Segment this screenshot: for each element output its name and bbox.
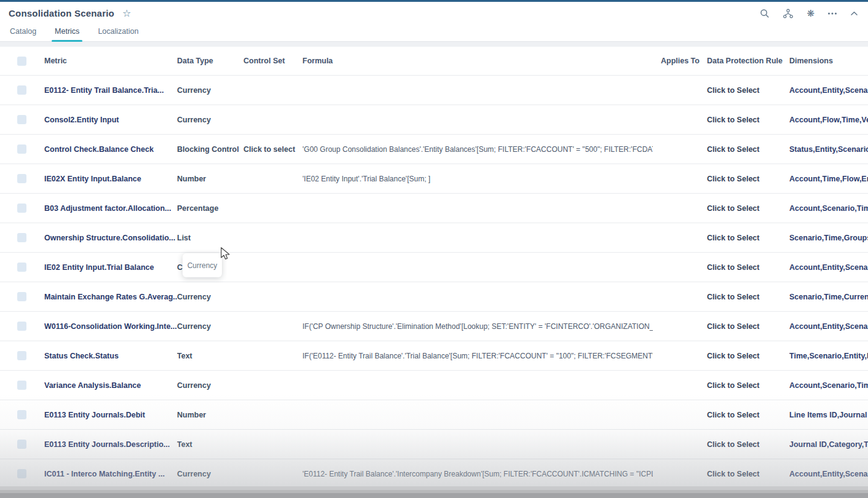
table-row[interactable]: IE02 Entity Input.Trial Balance Currency…: [0, 253, 868, 282]
data-type-cell: Currency: [177, 116, 243, 124]
metric-name-cell[interactable]: Maintain Exchange Rates G.Averag...: [44, 293, 177, 301]
horizontal-scrollbar[interactable]: [0, 486, 868, 498]
row-checkbox[interactable]: [17, 115, 26, 124]
column-header-applies-to[interactable]: Applies To: [653, 57, 707, 65]
dimensions-cell: Account,Entity,Scenario,T: [789, 86, 868, 95]
dimensions-cell: Account,Time,Flow,Entity: [789, 175, 868, 183]
data-protection-rule-cell[interactable]: Click to Select: [707, 116, 789, 124]
data-protection-rule-cell[interactable]: Click to Select: [707, 381, 789, 390]
metric-name-cell[interactable]: B03 Adjustment factor.Allocation...: [44, 204, 177, 213]
row-checkbox[interactable]: [17, 204, 26, 213]
metric-name-cell[interactable]: E0113 Entity Journals.Debit: [44, 411, 177, 419]
data-type-cell: Number: [177, 175, 243, 183]
metric-name-cell[interactable]: Variance Analysis.Balance: [44, 381, 177, 390]
metric-name-cell[interactable]: Consol2.Entity Input: [44, 116, 177, 124]
row-checkbox[interactable]: [17, 233, 26, 242]
table-row[interactable]: W0116-Consolidation Working.Inte... Curr…: [0, 312, 868, 341]
metric-name-cell[interactable]: IC011 - Interco Matching.Entity ...: [44, 470, 177, 478]
data-protection-rule-cell[interactable]: Click to Select: [707, 175, 789, 183]
row-checkbox[interactable]: [17, 174, 26, 183]
tab-metrics[interactable]: Metrics: [53, 26, 81, 41]
title-bar: Consolidation Scenario ☆ ❋: [0, 2, 868, 25]
favorite-star-icon[interactable]: ☆: [122, 9, 131, 18]
hierarchy-icon[interactable]: [783, 9, 794, 18]
row-checkbox[interactable]: [17, 322, 26, 331]
row-checkbox[interactable]: [17, 85, 26, 95]
data-protection-rule-cell[interactable]: Click to Select: [707, 86, 789, 95]
search-icon[interactable]: [760, 9, 770, 18]
data-protection-rule-cell[interactable]: Click to Select: [707, 145, 789, 154]
metric-name-cell[interactable]: IE02X Entity Input.Balance: [44, 175, 177, 183]
formula-cell[interactable]: 'IE02 Entity Input'.'Trial Balance'[Sum;…: [302, 175, 653, 183]
data-protection-rule-cell[interactable]: Click to Select: [707, 470, 789, 478]
data-type-cell: Text: [177, 352, 243, 360]
column-header-control-set[interactable]: Control Set: [243, 57, 302, 65]
column-header-data-protection-rule[interactable]: Data Protection Rule: [707, 57, 789, 65]
data-protection-rule-cell[interactable]: Click to Select: [707, 440, 789, 449]
dimensions-cell: Line Items ID,Journal ID,: [789, 411, 868, 419]
dimensions-cell: Time,Scenario,Entity,Line: [789, 352, 868, 360]
data-protection-rule-cell[interactable]: Click to Select: [707, 411, 789, 419]
data-protection-rule-cell[interactable]: Click to Select: [707, 234, 789, 242]
table-row[interactable]: Maintain Exchange Rates G.Averag... Curr…: [0, 282, 868, 312]
metric-name-cell[interactable]: W0116-Consolidation Working.Inte...: [44, 322, 177, 331]
column-header-formula[interactable]: Formula: [302, 57, 653, 65]
metric-name-cell[interactable]: IE02 Entity Input.Trial Balance: [44, 263, 177, 272]
table-row[interactable]: IC011 - Interco Matching.Entity ... Curr…: [0, 459, 868, 489]
formula-cell[interactable]: IF('E0112- Entity Trail Balance'.'Trial …: [302, 352, 653, 360]
tab-catalog[interactable]: Catalog: [9, 26, 37, 41]
row-checkbox[interactable]: [17, 440, 26, 449]
dimensions-cell: Account,Scenario,Time: [789, 204, 868, 213]
data-protection-rule-cell[interactable]: Click to Select: [707, 322, 789, 331]
collapse-chevron-icon[interactable]: [850, 11, 858, 16]
row-checkbox[interactable]: [17, 381, 26, 390]
select-all-checkbox[interactable]: [17, 57, 26, 66]
metric-name-cell[interactable]: E0112- Entity Trail Balance.Tria...: [44, 86, 177, 95]
row-checkbox[interactable]: [17, 292, 26, 301]
column-header-data-type[interactable]: Data Type: [177, 57, 243, 65]
column-header-metric[interactable]: Metric: [44, 57, 177, 65]
formula-cell[interactable]: 'G00 Group Consolidation Balances'.'Enti…: [302, 145, 653, 154]
row-checkbox[interactable]: [17, 410, 26, 419]
data-type-cell: List: [177, 234, 243, 242]
row-checkbox[interactable]: [17, 469, 26, 478]
data-protection-rule-cell[interactable]: Click to Select: [707, 204, 789, 213]
data-type-cell: Currency: [177, 381, 243, 390]
metric-name-cell[interactable]: Ownership Structure.Consolidatio...: [44, 234, 177, 242]
tab-localization[interactable]: Localization: [97, 26, 140, 41]
settings-flower-icon[interactable]: ❋: [807, 8, 815, 19]
page-title: Consolidation Scenario: [9, 8, 114, 18]
metric-name-cell[interactable]: Status Check.Status: [44, 352, 177, 360]
data-protection-rule-cell[interactable]: Click to Select: [707, 263, 789, 272]
dimensions-cell: Account,Entity,Scenario,T: [789, 263, 868, 272]
table-row[interactable]: E0112- Entity Trail Balance.Tria... Curr…: [0, 76, 868, 105]
table-row[interactable]: Control Check.Balance Check Blocking Con…: [0, 135, 868, 164]
row-checkbox[interactable]: [17, 351, 26, 360]
table-row[interactable]: Variance Analysis.Balance Currency Click…: [0, 371, 868, 400]
table-row[interactable]: E0113 Entity Journals.Debit Number Click…: [0, 400, 868, 430]
data-type-cell: Currency: [177, 86, 243, 95]
data-type-cell: Text: [177, 440, 243, 449]
control-set-cell[interactable]: Click to select: [243, 145, 302, 154]
more-ellipsis-icon[interactable]: [827, 12, 837, 15]
table-row[interactable]: IE02X Entity Input.Balance Number 'IE02 …: [0, 164, 868, 194]
row-checkbox[interactable]: [17, 263, 26, 272]
data-protection-rule-cell[interactable]: Click to Select: [707, 352, 789, 360]
row-checkbox[interactable]: [17, 144, 26, 154]
table-body: E0112- Entity Trail Balance.Tria... Curr…: [0, 76, 868, 489]
table-row[interactable]: E0113 Entity Journals.Descriptio... Text…: [0, 430, 868, 459]
table-row[interactable]: Consol2.Entity Input Currency Click to S…: [0, 105, 868, 135]
table-row[interactable]: B03 Adjustment factor.Allocation... Perc…: [0, 194, 868, 223]
table-row[interactable]: Status Check.Status Text IF('E0112- Enti…: [0, 341, 868, 371]
data-type-cell: Number: [177, 411, 243, 419]
table-row[interactable]: Ownership Structure.Consolidatio... List…: [0, 223, 868, 253]
formula-cell[interactable]: IF('CP Ownership Structure'.'Elimination…: [302, 322, 653, 331]
metric-name-cell[interactable]: Control Check.Balance Check: [44, 145, 177, 154]
metric-name-cell[interactable]: E0113 Entity Journals.Descriptio...: [44, 440, 177, 449]
data-type-cell: Currency: [177, 470, 243, 478]
column-header-dimensions[interactable]: Dimensions: [789, 57, 868, 65]
data-protection-rule-cell[interactable]: Click to Select: [707, 293, 789, 301]
dimensions-cell: Journal ID,Category,Time: [789, 440, 868, 449]
tab-strip: Catalog Metrics Localization: [0, 25, 868, 42]
formula-cell[interactable]: 'E0112- Entity Trail Balance'.'Intercomp…: [302, 470, 653, 478]
